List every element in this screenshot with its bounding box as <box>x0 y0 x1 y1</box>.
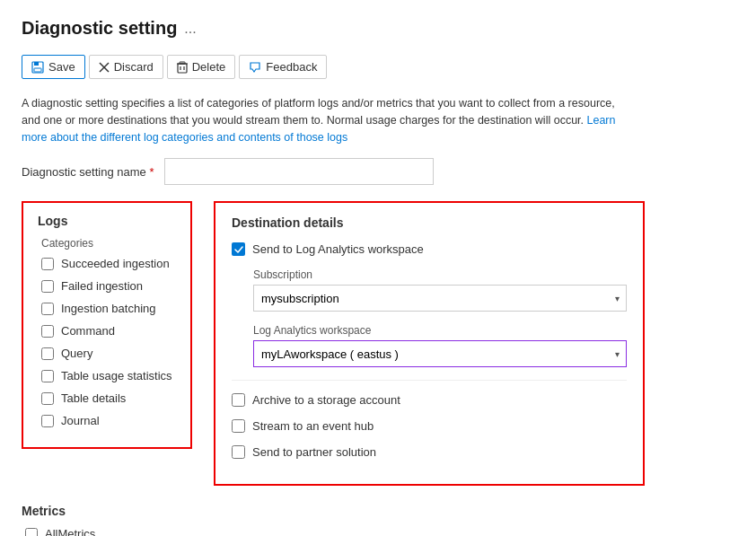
required-indicator: * <box>149 165 154 179</box>
log-label-failed-ingestion[interactable]: Failed ingestion <box>61 279 143 293</box>
send-partner-label[interactable]: Send to partner solution <box>252 445 376 459</box>
workspace-select-wrapper[interactable]: myLAworkspace ( eastus ) ▾ <box>253 340 627 367</box>
page-header: Diagnostic setting ... <box>22 18 734 39</box>
divider <box>232 380 627 381</box>
log-item-table-details[interactable]: Table details <box>38 391 176 405</box>
page-title: Diagnostic setting <box>22 18 177 39</box>
feedback-button[interactable]: Feedback <box>239 55 327 79</box>
subscription-select[interactable]: mysubscription <box>253 285 627 312</box>
subscription-select-wrapper[interactable]: mysubscription ▾ <box>253 285 627 312</box>
discard-button[interactable]: Discard <box>89 55 163 79</box>
main-content: Logs Categories Succeeded ingestion Fail… <box>22 201 734 486</box>
logs-panel-title: Logs <box>38 214 176 228</box>
log-label-query[interactable]: Query <box>61 347 92 360</box>
destination-panel: Destination details Send to Log Analytic… <box>214 201 645 486</box>
svg-rect-1 <box>34 62 39 66</box>
archive-storage-row[interactable]: Archive to a storage account <box>232 393 627 407</box>
log-checkbox-journal[interactable] <box>41 415 54 427</box>
workspace-group: Log Analytics workspace myLAworkspace ( … <box>253 324 627 367</box>
log-label-journal[interactable]: Journal <box>61 414 100 427</box>
log-checkbox-query[interactable] <box>41 347 54 360</box>
stream-event-hub-row[interactable]: Stream to an event hub <box>232 419 627 433</box>
log-label-table-details[interactable]: Table details <box>61 391 126 405</box>
stream-event-hub-checkbox[interactable] <box>232 419 245 433</box>
log-item-failed-ingestion[interactable]: Failed ingestion <box>38 279 176 293</box>
send-partner-row[interactable]: Send to partner solution <box>232 445 627 459</box>
metrics-item-allmetrics[interactable]: AllMetrics <box>22 527 734 536</box>
delete-icon <box>177 61 188 74</box>
log-label-ingestion-batching[interactable]: Ingestion batching <box>61 302 156 315</box>
workspace-select[interactable]: myLAworkspace ( eastus ) <box>253 340 627 367</box>
log-checkbox-table-usage-statistics[interactable] <box>41 370 54 382</box>
categories-label: Categories <box>38 237 176 250</box>
setting-name-input[interactable] <box>164 158 434 185</box>
metrics-title: Metrics <box>22 504 734 518</box>
logs-panel: Logs Categories Succeeded ingestion Fail… <box>22 201 192 449</box>
log-label-command[interactable]: Command <box>61 324 115 338</box>
subscription-label: Subscription <box>253 268 627 281</box>
svg-rect-2 <box>34 68 41 72</box>
archive-storage-checkbox[interactable] <box>232 393 245 407</box>
metrics-label-allmetrics[interactable]: AllMetrics <box>45 527 95 536</box>
log-checkbox-failed-ingestion[interactable] <box>41 280 54 293</box>
log-analytics-checkbox-checked[interactable] <box>232 242 245 256</box>
log-item-table-usage-statistics[interactable]: Table usage statistics <box>38 369 176 382</box>
log-label-succeeded-ingestion[interactable]: Succeeded ingestion <box>61 257 170 270</box>
log-checkbox-command[interactable] <box>41 325 54 338</box>
svg-rect-5 <box>178 64 187 73</box>
discard-icon <box>99 62 110 73</box>
metrics-section: Metrics AllMetrics <box>22 504 734 536</box>
log-checkbox-table-details[interactable] <box>41 392 54 405</box>
log-checkbox-succeeded-ingestion[interactable] <box>41 258 54 270</box>
toolbar: Save Discard Delete Feedback <box>22 51 734 83</box>
setting-name-row: Diagnostic setting name * <box>22 158 734 185</box>
setting-name-label: Diagnostic setting name * <box>22 165 154 179</box>
subscription-group: Subscription mysubscription ▾ <box>253 268 627 312</box>
delete-button[interactable]: Delete <box>167 55 236 79</box>
svg-rect-9 <box>180 62 185 64</box>
page-title-ellipsis: ... <box>184 21 196 37</box>
save-button[interactable]: Save <box>22 55 85 79</box>
workspace-label: Log Analytics workspace <box>253 324 627 337</box>
metrics-checkbox-allmetrics[interactable] <box>25 528 38 536</box>
log-item-ingestion-batching[interactable]: Ingestion batching <box>38 302 176 315</box>
description-text: A diagnostic setting specifies a list of… <box>22 95 632 145</box>
log-item-journal[interactable]: Journal <box>38 414 176 427</box>
log-label-table-usage-statistics[interactable]: Table usage statistics <box>61 369 172 382</box>
feedback-icon <box>249 61 261 74</box>
log-checkbox-ingestion-batching[interactable] <box>41 303 54 315</box>
log-item-command[interactable]: Command <box>38 324 176 338</box>
destination-panel-title: Destination details <box>232 215 627 230</box>
stream-event-hub-label[interactable]: Stream to an event hub <box>252 419 374 433</box>
save-icon <box>31 61 44 74</box>
send-log-analytics-row[interactable]: Send to Log Analytics workspace <box>232 242 627 256</box>
archive-storage-label[interactable]: Archive to a storage account <box>252 393 400 407</box>
log-analytics-label[interactable]: Send to Log Analytics workspace <box>252 242 424 256</box>
send-partner-checkbox[interactable] <box>232 445 245 459</box>
log-item-succeeded-ingestion[interactable]: Succeeded ingestion <box>38 257 176 270</box>
log-item-query[interactable]: Query <box>38 347 176 360</box>
